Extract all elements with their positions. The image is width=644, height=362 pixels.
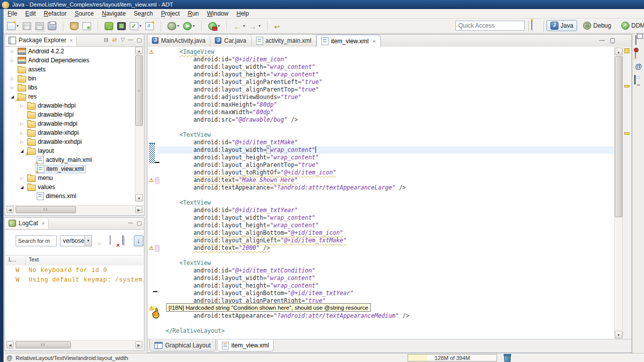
page-tab-item-view-xml[interactable]: item_view.xml	[217, 339, 274, 351]
dropdown-arrow-icon[interactable]: ▾	[177, 24, 179, 28]
editor-tab-mainactivity-java[interactable]: MainActivity.java	[147, 35, 210, 46]
open-perspective-button[interactable]	[531, 21, 541, 30]
overview-ruler[interactable]	[622, 47, 631, 339]
fast-view-restore-button[interactable]	[634, 36, 642, 44]
tree-item-activity-main-xml[interactable]: ⚠activity_main.xml	[6, 155, 135, 164]
warning-marker-icon[interactable]: ⚠	[149, 176, 156, 184]
avd-manager-button[interactable]	[116, 21, 127, 32]
view-menu-button[interactable]: ▽	[121, 36, 125, 43]
tree-item-drawable-ldpi[interactable]: drawable-ldpi	[6, 110, 135, 119]
scroll-up-button[interactable]: ▲	[135, 47, 143, 54]
logcat-hscrollbar[interactable]: ◀ ⦀⦀ ▶	[6, 340, 143, 350]
tree-item-drawable-mdpi[interactable]: ▷drawable-mdpi	[6, 119, 135, 128]
menu-item-project[interactable]: Project	[157, 9, 184, 18]
menu-item-help[interactable]: Help	[232, 9, 253, 18]
tree-expand-arrow[interactable]: ◢	[18, 149, 26, 153]
tree-item-layout[interactable]: ◢⚠layout	[6, 146, 135, 155]
logcat-tab[interactable]: LogCat ×	[5, 218, 49, 229]
scrollbar-thumb[interactable]: ⦀⦀	[16, 206, 76, 213]
code-text[interactable]: <ImageView android:id="@+id/item_icon" a…	[157, 48, 623, 339]
dropdown-arrow-icon[interactable]: ▾	[259, 24, 261, 28]
menu-item-source[interactable]: Source	[70, 9, 98, 18]
export-android-button[interactable]	[81, 21, 93, 32]
tree-expand-arrow[interactable]: ◢	[18, 185, 26, 190]
scrollbar-thumb[interactable]	[615, 56, 622, 217]
editor-tab-activity-main-xml[interactable]: activity_main.xml	[252, 35, 316, 46]
log-level-dropdown[interactable]: verbose ▼	[60, 235, 92, 246]
sdk-manager-button[interactable]	[103, 21, 115, 32]
scroll-left-button[interactable]: ◀	[7, 206, 14, 213]
tree-item-menu[interactable]: ▷menu	[6, 173, 135, 183]
run-garbage-collector-button[interactable]	[504, 355, 511, 362]
save-button[interactable]	[21, 21, 33, 32]
tree-expand-arrow[interactable]: ▷	[9, 85, 16, 90]
maximize-view-button[interactable]: ▢	[137, 219, 142, 226]
tree-expand-arrow[interactable]: ◢	[9, 95, 16, 99]
tree-expand-arrow[interactable]: ▷	[9, 76, 16, 81]
new-xml-file-button[interactable]	[144, 21, 155, 32]
minimize-editor-button[interactable]: —	[599, 37, 605, 44]
scroll-up-button[interactable]: ▲	[615, 48, 622, 55]
perspective-ddms[interactable]: DDMS	[617, 20, 644, 31]
tree-expand-arrow[interactable]: ▷	[18, 122, 26, 126]
external-tools-button[interactable]: ▾	[207, 21, 221, 32]
lint-check-button[interactable]: ▾	[128, 21, 143, 32]
menu-item-file[interactable]: File	[4, 9, 21, 18]
scroll-down-button[interactable]: ▼	[135, 194, 143, 202]
package-explorer-hscrollbar[interactable]: ◀ ⦀⦀ ▶	[6, 205, 143, 215]
autoscroll-button[interactable]	[134, 235, 144, 246]
dropdown-arrow-icon[interactable]: ▾	[243, 24, 245, 28]
menu-item-search[interactable]: Search	[130, 9, 157, 18]
minimized-lint-view-button[interactable]	[634, 49, 642, 57]
scroll-right-button[interactable]: ▶	[135, 341, 142, 348]
scroll-down-button[interactable]: ▼	[615, 331, 622, 338]
tree-expand-arrow[interactable]: ▷	[9, 49, 16, 54]
tree-item-libs[interactable]: ▷libs	[6, 83, 135, 92]
tree-item-drawable-hdpi[interactable]: ▷drawable-hdpi	[6, 101, 135, 110]
scrollbar-thumb[interactable]: ⦀⦀	[16, 341, 71, 348]
display-filters-button[interactable]	[121, 235, 131, 246]
maximize-view-button[interactable]: ▢	[137, 36, 142, 43]
warning-marker-icon[interactable]: ⚠	[149, 48, 156, 55]
tree-expand-arrow[interactable]: ▷	[18, 176, 26, 180]
new-button[interactable]: ▾	[6, 21, 20, 32]
menu-item-window[interactable]: Window	[203, 9, 232, 18]
clear-log-button[interactable]	[108, 235, 118, 246]
tree-item-item-view-xml[interactable]: ⚠item_view.xml	[6, 164, 135, 173]
forward-button[interactable]: ▾	[248, 21, 262, 32]
open-type-button[interactable]	[68, 21, 80, 32]
editor-tab-car-java[interactable]: Car.java	[210, 35, 251, 46]
level-column-header[interactable]: L...	[6, 255, 26, 265]
menu-item-navigate[interactable]: Navigate	[98, 9, 129, 18]
minimize-view-button[interactable]: —	[128, 219, 133, 226]
tree-item-dimens-xml[interactable]: dimens.xml	[6, 192, 135, 201]
print-button[interactable]	[46, 21, 58, 32]
back-button[interactable]: ▾	[232, 21, 247, 32]
page-tab-graphical-layout[interactable]: Graphical Layout	[149, 339, 216, 351]
tree-expand-arrow[interactable]: ▷	[18, 140, 26, 144]
xml-source-editor[interactable]: ⚠⚠⚠⚠ <ImageView android:id="@+id/item_ic…	[147, 47, 631, 339]
tree-item-android-dependencies[interactable]: ▷Android Dependencies	[6, 56, 135, 65]
tree-item-drawable-xhdpi[interactable]: ▷drawable-xhdpi	[6, 128, 135, 137]
scroll-right-button[interactable]: ▶	[135, 206, 142, 213]
save-log-button[interactable]	[95, 235, 105, 246]
close-view-icon[interactable]: ×	[70, 38, 73, 43]
overview-warning-marker[interactable]	[624, 85, 629, 87]
logcat-search-input[interactable]	[16, 235, 57, 246]
tree-item-assets[interactable]: assets	[6, 65, 135, 74]
dropdown-arrow-icon[interactable]: ▾	[218, 24, 220, 28]
save-all-button[interactable]	[34, 21, 45, 32]
menu-item-run[interactable]: Run	[184, 9, 203, 18]
menu-item-edit[interactable]: Edit	[21, 9, 40, 18]
debug-button[interactable]: ▾	[166, 21, 181, 32]
logcat-row[interactable]: WUsing default keymap: /system/us	[6, 275, 143, 285]
package-explorer-tab[interactable]: Package Explorer ×	[5, 35, 77, 46]
scroll-left-button[interactable]: ◀	[7, 341, 14, 348]
tree-item-drawable-xxhdpi[interactable]: ▷drawable-xxhdpi	[6, 137, 135, 146]
minimized-javadoc-view-button[interactable]: @	[634, 62, 642, 70]
tree-item-bin[interactable]: ▷bin	[6, 74, 135, 83]
quick-access-input[interactable]	[455, 21, 525, 31]
scrollbar-thumb[interactable]: ≡	[135, 55, 143, 126]
last-edit-location-button[interactable]	[273, 21, 284, 32]
tree-expand-arrow[interactable]: ▷	[18, 104, 26, 108]
